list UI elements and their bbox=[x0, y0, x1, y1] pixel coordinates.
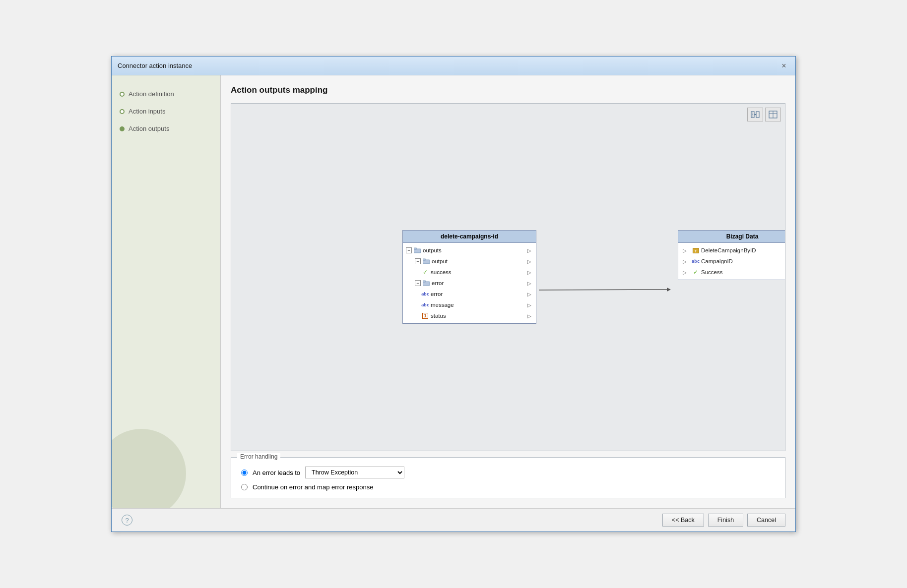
dropdown-wrapper: Throw Exception bbox=[305, 467, 404, 478]
radio-continue-label[interactable]: Continue on error and map error response bbox=[253, 483, 374, 491]
sidebar-item-action-inputs[interactable]: Action inputs bbox=[120, 108, 212, 115]
table-row: ▷ abc CampaignID bbox=[678, 256, 785, 267]
left-arrow-campaign: ▷ bbox=[681, 258, 688, 265]
arrow-status: ▷ bbox=[526, 312, 533, 319]
abc-icon: abc bbox=[422, 291, 429, 297]
arrow-success: ▷ bbox=[526, 269, 533, 276]
source-table-header: delete-campaigns-id bbox=[403, 231, 536, 243]
table-row: ▷ T DeleteCampaignByID bbox=[678, 245, 785, 256]
source-table: delete-campaigns-id − outputs ▷ bbox=[402, 230, 536, 324]
radio-row-1: An error leads to Throw Exception bbox=[241, 467, 775, 478]
svg-rect-13 bbox=[414, 248, 417, 249]
table-icon bbox=[769, 110, 777, 119]
back-button[interactable]: << Back bbox=[662, 514, 704, 527]
folder-icon bbox=[414, 247, 421, 254]
svg-line-10 bbox=[539, 290, 668, 290]
panel-title: Action outputs mapping bbox=[231, 85, 785, 95]
left-arrow-success: ▷ bbox=[681, 269, 688, 276]
error-handling-section: Error handling An error leads to Throw E… bbox=[231, 457, 785, 498]
finish-button[interactable]: Finish bbox=[708, 514, 743, 527]
svg-rect-2 bbox=[756, 112, 759, 118]
svg-marker-11 bbox=[667, 288, 671, 292]
sidebar: Action definition Action inputs Action o… bbox=[112, 75, 221, 508]
row-label-campaign-id: CampaignID bbox=[701, 258, 785, 264]
sidebar-bullet-inputs bbox=[120, 109, 125, 114]
sidebar-label-outputs: Action outputs bbox=[129, 125, 169, 132]
svg-rect-17 bbox=[423, 281, 426, 282]
sidebar-bullet-definition bbox=[120, 92, 125, 97]
sidebar-bullet-outputs bbox=[120, 126, 125, 131]
footer: ? << Back Finish Cancel bbox=[112, 508, 795, 531]
row-label-error: error bbox=[432, 280, 524, 286]
row-label-output: output bbox=[432, 258, 524, 264]
abc-icon: abc bbox=[692, 258, 699, 265]
num-icon: 1 bbox=[422, 312, 429, 319]
arrow-message: ▷ bbox=[526, 301, 533, 308]
table-view-button[interactable] bbox=[765, 108, 781, 121]
row-label-delete-campaign: DeleteCampaignByID bbox=[701, 247, 785, 253]
error-handling-legend: Error handling bbox=[237, 453, 280, 460]
dialog-title: Connector action instance bbox=[118, 62, 192, 69]
db-icon: T bbox=[692, 247, 699, 254]
target-table-header: Bizagi Data bbox=[678, 231, 785, 243]
right-panel: Action outputs mapping bbox=[221, 75, 795, 508]
left-arrow-delete: ▷ bbox=[681, 247, 688, 254]
help-button[interactable]: ? bbox=[122, 515, 132, 526]
table-row: abc error ▷ bbox=[403, 289, 536, 299]
radio-continue-error[interactable] bbox=[241, 484, 248, 490]
table-row: ✓ success ▷ bbox=[403, 267, 536, 278]
row-label-message: message bbox=[431, 302, 524, 308]
table-row: − error ▷ bbox=[403, 278, 536, 289]
row-label-status: status bbox=[431, 313, 524, 319]
sidebar-item-action-outputs[interactable]: Action outputs bbox=[120, 125, 212, 132]
table-row: 1 status ▷ bbox=[403, 310, 536, 321]
radio-throw-label[interactable]: An error leads to bbox=[253, 469, 300, 476]
arrow-error-text: ▷ bbox=[526, 291, 533, 297]
source-table-body: − outputs ▷ − bbox=[403, 243, 536, 323]
radio-throw-exception[interactable] bbox=[241, 470, 248, 476]
row-label-outputs: outputs bbox=[423, 247, 524, 253]
target-table-body: ▷ T DeleteCampaignByID ▷ abc bbox=[678, 243, 785, 280]
toolbar-icons bbox=[747, 108, 781, 121]
map-icon bbox=[751, 110, 760, 119]
svg-rect-15 bbox=[423, 259, 426, 260]
folder-icon bbox=[423, 258, 430, 265]
radio-row-2: Continue on error and map error response bbox=[241, 483, 775, 491]
row-label-error-text: error bbox=[431, 291, 524, 297]
error-handling-content: An error leads to Throw Exception Contin… bbox=[241, 465, 775, 491]
expand-output[interactable]: − bbox=[415, 258, 421, 264]
error-dropdown[interactable]: Throw Exception bbox=[305, 467, 404, 478]
footer-buttons: << Back Finish Cancel bbox=[662, 514, 785, 527]
arrow-error: ▷ bbox=[526, 280, 533, 287]
row-label-success-target: Success bbox=[701, 269, 785, 275]
table-row: − outputs ▷ bbox=[403, 245, 536, 256]
check-icon: ✓ bbox=[422, 269, 429, 276]
arrow-outputs: ▷ bbox=[526, 247, 533, 254]
sidebar-item-action-definition[interactable]: Action definition bbox=[120, 90, 212, 98]
row-label-success: success bbox=[431, 269, 524, 275]
dialog: Connector action instance × Action defin… bbox=[111, 56, 796, 532]
mapping-area: delete-campaigns-id − outputs ▷ bbox=[231, 103, 785, 451]
target-table: Bizagi Data ▷ T DeleteCampaignByID bbox=[678, 230, 785, 280]
check-icon: ✓ bbox=[692, 269, 699, 276]
close-button[interactable]: × bbox=[778, 60, 789, 71]
table-row: abc message ▷ bbox=[403, 299, 536, 310]
expand-outputs[interactable]: − bbox=[406, 247, 412, 253]
abc-icon: abc bbox=[422, 301, 429, 308]
title-bar: Connector action instance × bbox=[112, 57, 795, 75]
table-row: − output ▷ bbox=[403, 256, 536, 267]
map-view-button[interactable] bbox=[747, 108, 763, 121]
cancel-button[interactable]: Cancel bbox=[747, 514, 785, 527]
expand-error[interactable]: − bbox=[415, 280, 421, 286]
sidebar-label-inputs: Action inputs bbox=[129, 108, 165, 115]
arrow-output: ▷ bbox=[526, 258, 533, 265]
folder-icon bbox=[423, 280, 430, 287]
main-content: Action definition Action inputs Action o… bbox=[112, 75, 795, 508]
table-row: ▷ ✓ Success bbox=[678, 267, 785, 278]
sidebar-label-definition: Action definition bbox=[129, 90, 174, 98]
